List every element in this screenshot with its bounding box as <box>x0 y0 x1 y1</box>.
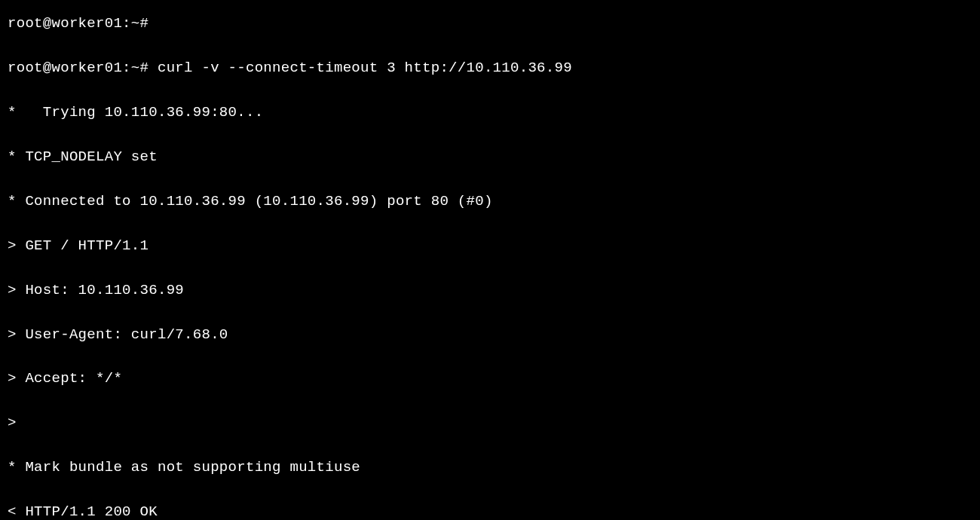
terminal-output-line: > Host: 10.110.36.99 <box>8 280 972 301</box>
terminal-prompt-line: root@worker01:~# curl -v --connect-timeo… <box>8 57 972 79</box>
terminal-window[interactable]: root@worker01:~# root@worker01:~# curl -… <box>0 0 980 520</box>
terminal-output-line: > GET / HTTP/1.1 <box>8 235 972 257</box>
terminal-output-line: * Mark bundle as not supporting multiuse <box>8 457 972 479</box>
terminal-output-line: * TCP_NODELAY set <box>8 146 972 168</box>
terminal-line: root@worker01:~# <box>8 13 972 35</box>
terminal-output-line: < HTTP/1.1 200 OK <box>8 501 972 520</box>
terminal-output-line: * Trying 10.110.36.99:80... <box>8 102 972 124</box>
terminal-output-line: > Accept: */* <box>8 368 972 390</box>
terminal-output-line: > <box>8 412 972 434</box>
terminal-output-line: > User-Agent: curl/7.68.0 <box>8 324 972 346</box>
terminal-output-line: * Connected to 10.110.36.99 (10.110.36.9… <box>8 191 972 213</box>
